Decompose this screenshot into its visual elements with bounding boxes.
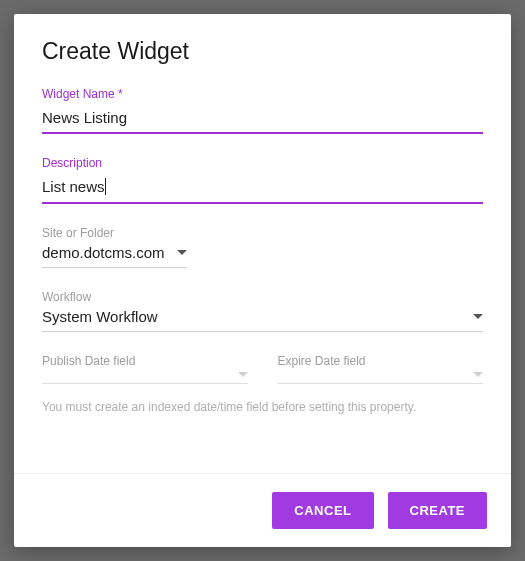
caret-down-icon xyxy=(473,314,483,319)
widget-name-field: Widget Name * xyxy=(42,87,483,134)
site-folder-label: Site or Folder xyxy=(42,226,483,240)
create-widget-dialog: Create Widget Widget Name * Description … xyxy=(14,14,511,547)
workflow-value: System Workflow xyxy=(42,308,473,325)
caret-down-icon xyxy=(473,372,483,377)
widget-name-label: Widget Name * xyxy=(42,87,483,101)
description-input[interactable]: List news xyxy=(42,178,106,195)
create-button[interactable]: Create xyxy=(388,492,487,529)
site-folder-field: Site or Folder demo.dotcms.com xyxy=(42,226,483,268)
caret-down-icon xyxy=(177,250,187,255)
publish-date-field: Publish Date field xyxy=(42,354,248,384)
description-field: Description List news xyxy=(42,156,483,204)
cancel-button[interactable]: Cancel xyxy=(272,492,373,529)
site-folder-value: demo.dotcms.com xyxy=(42,244,165,261)
expire-date-label: Expire Date field xyxy=(278,354,484,368)
date-field-hint: You must create an indexed date/time fie… xyxy=(42,400,483,414)
description-label: Description xyxy=(42,156,483,170)
date-fields-row: Publish Date field Expire Date field xyxy=(42,354,483,396)
publish-date-select[interactable] xyxy=(42,372,248,384)
workflow-label: Workflow xyxy=(42,290,483,304)
workflow-select[interactable]: System Workflow xyxy=(42,308,483,332)
caret-down-icon xyxy=(238,372,248,377)
dialog-body: Create Widget Widget Name * Description … xyxy=(14,14,511,473)
expire-date-field: Expire Date field xyxy=(278,354,484,384)
widget-name-input[interactable] xyxy=(42,105,483,134)
expire-date-select[interactable] xyxy=(278,372,484,384)
workflow-field: Workflow System Workflow xyxy=(42,290,483,332)
publish-date-label: Publish Date field xyxy=(42,354,248,368)
dialog-title: Create Widget xyxy=(42,38,483,65)
dialog-footer: Cancel Create xyxy=(14,473,511,547)
site-folder-select[interactable]: demo.dotcms.com xyxy=(42,244,187,268)
